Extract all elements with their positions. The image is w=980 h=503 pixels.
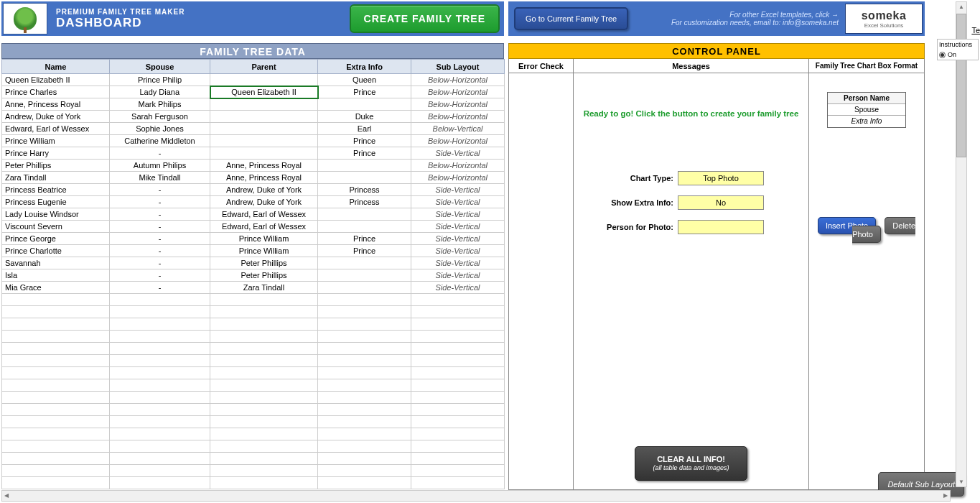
table-cell[interactable]: Peter Phillips — [210, 269, 318, 282]
table-cell[interactable] — [411, 440, 505, 453]
table-cell[interactable] — [110, 379, 210, 392]
table-cell[interactable] — [110, 428, 210, 440]
table-cell[interactable] — [411, 318, 505, 331]
table-cell[interactable]: Edward, Earl of Wessex — [210, 221, 318, 233]
table-cell[interactable] — [318, 208, 411, 221]
truncated-label[interactable]: Te — [971, 26, 980, 34]
table-cell[interactable] — [411, 392, 505, 404]
table-cell[interactable]: Below-Horizontal — [411, 172, 505, 184]
table-cell[interactable]: - — [110, 245, 210, 257]
table-cell[interactable]: Below-Vertical — [411, 123, 505, 135]
table-cell[interactable]: Anne, Princess Royal — [210, 172, 318, 184]
table-row[interactable]: Edward, Earl of WessexSophie JonesEarlBe… — [2, 123, 505, 135]
table-cell[interactable]: Earl — [318, 123, 411, 135]
table-row[interactable] — [2, 331, 505, 343]
table-cell[interactable]: Lady Louise Windsor — [2, 208, 110, 221]
table-cell[interactable] — [110, 294, 210, 306]
table-cell[interactable] — [318, 160, 411, 172]
table-cell[interactable]: Viscount Severn — [2, 221, 110, 233]
table-cell[interactable] — [210, 135, 318, 147]
table-cell[interactable]: Side-Vertical — [411, 233, 505, 245]
table-cell[interactable] — [210, 98, 318, 111]
table-cell[interactable]: Andrew, Duke of York — [210, 196, 318, 208]
table-cell[interactable]: Side-Vertical — [411, 221, 505, 233]
table-cell[interactable] — [210, 440, 318, 453]
table-cell[interactable] — [110, 416, 210, 428]
table-cell[interactable] — [318, 392, 411, 404]
table-cell[interactable] — [210, 416, 318, 428]
table-cell[interactable] — [110, 306, 210, 318]
table-cell[interactable]: Lady Diana — [110, 86, 210, 98]
table-cell[interactable]: Zara Tindall — [2, 172, 110, 184]
table-cell[interactable] — [318, 294, 411, 306]
table-cell[interactable]: Side-Vertical — [411, 257, 505, 269]
table-cell[interactable] — [210, 123, 318, 135]
table-cell[interactable]: Princess — [318, 184, 411, 196]
table-cell[interactable] — [2, 404, 110, 416]
table-cell[interactable]: Princess — [318, 196, 411, 208]
table-row[interactable]: Mia Grace-Zara TindallSide-Vertical — [2, 282, 505, 294]
table-cell[interactable] — [411, 343, 505, 355]
table-cell[interactable] — [318, 172, 411, 184]
table-cell[interactable]: Edward, Earl of Wessex — [2, 123, 110, 135]
table-cell[interactable] — [210, 331, 318, 343]
table-cell[interactable]: Peter Phillips — [210, 257, 318, 269]
table-row[interactable] — [2, 294, 505, 306]
table-cell[interactable] — [2, 453, 110, 465]
table-row[interactable]: Lady Louise Windsor-Edward, Earl of Wess… — [2, 208, 505, 221]
create-family-tree-button[interactable]: CREATE FAMILY TREE — [350, 4, 500, 33]
table-cell[interactable]: Prince Harry — [2, 147, 110, 160]
table-cell[interactable] — [411, 306, 505, 318]
table-row[interactable] — [2, 306, 505, 318]
table-cell[interactable]: Side-Vertical — [411, 208, 505, 221]
table-cell[interactable]: Andrew, Duke of York — [210, 184, 318, 196]
table-cell[interactable] — [210, 306, 318, 318]
table-cell[interactable] — [411, 404, 505, 416]
table-cell[interactable] — [210, 465, 318, 477]
table-row[interactable] — [2, 428, 505, 440]
table-cell[interactable] — [110, 355, 210, 367]
table-row[interactable]: Princess Eugenie-Andrew, Duke of YorkPri… — [2, 196, 505, 208]
table-cell[interactable]: Anne, Princess Royal — [210, 160, 318, 172]
table-row[interactable]: Queen Elizabeth IIPrince PhilipQueenBelo… — [2, 74, 505, 86]
table-row[interactable] — [2, 379, 505, 392]
table-cell[interactable] — [210, 404, 318, 416]
table-cell[interactable] — [110, 440, 210, 453]
table-cell[interactable]: Princess Eugenie — [2, 196, 110, 208]
table-cell[interactable]: Sarah Ferguson — [110, 111, 210, 123]
table-cell[interactable]: Edward, Earl of Wessex — [210, 208, 318, 221]
table-row[interactable]: Viscount Severn-Edward, Earl of WessexSi… — [2, 221, 505, 233]
table-cell[interactable] — [210, 74, 318, 86]
table-cell[interactable] — [318, 98, 411, 111]
table-cell[interactable]: Side-Vertical — [411, 245, 505, 257]
table-row[interactable]: Prince WilliamCatherine MiddletonPrinceB… — [2, 135, 505, 147]
table-cell[interactable]: Below-Horizontal — [411, 74, 505, 86]
table-cell[interactable] — [210, 477, 318, 489]
table-row[interactable] — [2, 355, 505, 367]
col-layout[interactable]: Sub Layout — [411, 60, 505, 74]
table-cell[interactable] — [210, 343, 318, 355]
table-cell[interactable] — [411, 355, 505, 367]
table-cell[interactable] — [2, 379, 110, 392]
table-row[interactable]: Prince George-Prince WilliamPrinceSide-V… — [2, 233, 505, 245]
table-cell[interactable] — [318, 257, 411, 269]
table-row[interactable]: Prince Charlotte-Prince WilliamPrinceSid… — [2, 245, 505, 257]
table-cell[interactable]: Prince George — [2, 233, 110, 245]
table-cell[interactable] — [210, 379, 318, 392]
table-row[interactable] — [2, 404, 505, 416]
table-cell[interactable]: Prince William — [210, 233, 318, 245]
table-row[interactable] — [2, 477, 505, 489]
table-cell[interactable]: Mark Philips — [110, 98, 210, 111]
table-row[interactable]: Princess Beatrice-Andrew, Duke of YorkPr… — [2, 184, 505, 196]
table-cell[interactable] — [210, 367, 318, 379]
table-row[interactable] — [2, 465, 505, 477]
table-row[interactable]: Anne, Princess RoyalMark PhilipsBelow-Ho… — [2, 98, 505, 111]
table-cell[interactable] — [210, 111, 318, 123]
table-cell[interactable] — [2, 440, 110, 453]
table-cell[interactable]: Below-Horizontal — [411, 160, 505, 172]
instructions-on-radio[interactable]: On — [939, 51, 976, 58]
table-cell[interactable]: Zara Tindall — [210, 282, 318, 294]
col-name[interactable]: Name — [2, 60, 110, 74]
table-cell[interactable]: Isla — [2, 269, 110, 282]
table-row[interactable] — [2, 440, 505, 453]
